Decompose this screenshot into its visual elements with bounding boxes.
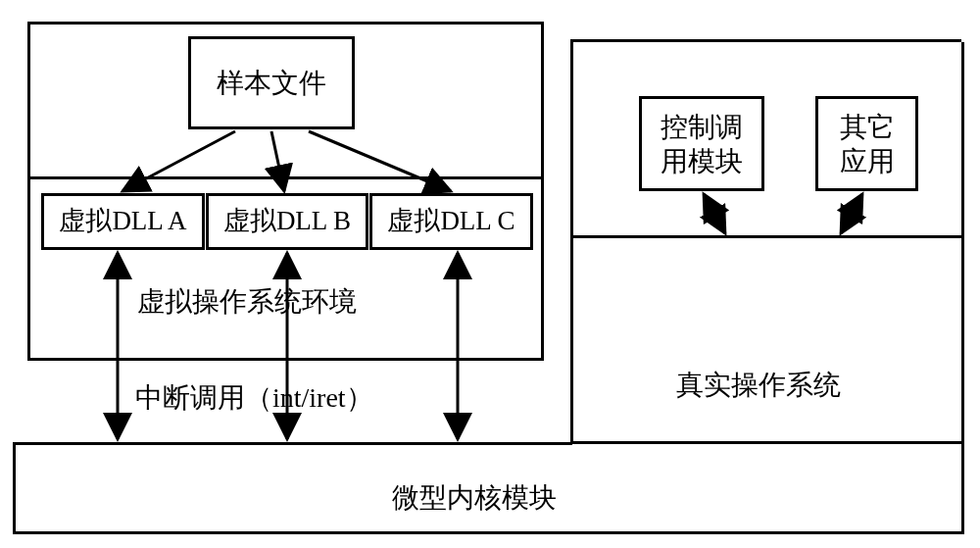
virtual-env-text-span: 虚拟操作系统环境	[137, 286, 357, 317]
interrupt-text-span: 中断调用（int/iret）	[135, 382, 373, 413]
dll-c-box: 虚拟DLL C	[369, 193, 533, 250]
control-module-box: 控制调 用模块	[639, 96, 764, 191]
microkernel-text: 微型内核模块	[392, 480, 557, 515]
microkernel-text-span: 微型内核模块	[392, 482, 557, 513]
virtual-env-text: 虚拟操作系统环境	[137, 284, 357, 319]
microkernel-left-border-restore	[13, 442, 16, 534]
dll-a-box: 虚拟DLL A	[41, 193, 205, 250]
real-os-text-span: 真实操作系统	[676, 370, 841, 400]
sample-file-box: 样本文件	[188, 36, 355, 129]
other-app-box: 其它 应用	[815, 96, 918, 191]
outer-right-hide	[961, 8, 964, 42]
dll-c-label: 虚拟DLL C	[387, 207, 514, 236]
control-module-label: 控制调 用模块	[661, 110, 743, 178]
dll-b-label: 虚拟DLL B	[223, 207, 351, 236]
outer-left-hide2	[13, 8, 16, 442]
dll-b-box: 虚拟DLL B	[206, 193, 368, 250]
outer-top-hide	[13, 8, 964, 11]
microkernel-step-h	[16, 442, 572, 445]
real-os-text: 真实操作系统	[676, 368, 841, 402]
diagram-root: 样本文件 虚拟DLL A 虚拟DLL B 虚拟DLL C 虚拟操作系统环境 中断…	[0, 0, 980, 548]
other-app-label: 其它 应用	[840, 110, 895, 178]
interrupt-text: 中断调用（int/iret）	[135, 380, 373, 415]
sample-file-label: 样本文件	[217, 66, 326, 100]
real-os-divider	[573, 235, 961, 238]
virtual-env-divider	[30, 176, 541, 179]
dll-a-label: 虚拟DLL A	[59, 207, 186, 236]
